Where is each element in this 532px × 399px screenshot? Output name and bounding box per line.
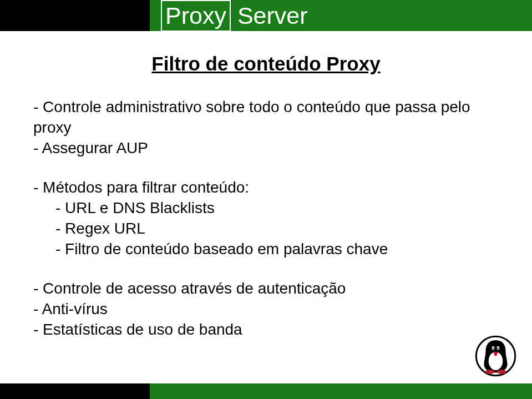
slide-title: Proxy Server xyxy=(161,0,308,31)
body-line: - Métodos para filtrar conteúdo: xyxy=(33,178,499,198)
footer-black-accent xyxy=(0,383,150,399)
body-line: - Controle de acesso através de autentic… xyxy=(33,279,499,299)
body-subline: - URL e DNS Blacklists xyxy=(33,198,499,219)
body-line: - Anti-vírus xyxy=(33,299,499,320)
svg-point-6 xyxy=(485,370,495,374)
header-black-accent xyxy=(0,0,150,31)
title-word-2: Server xyxy=(237,2,308,29)
body-subline: - Filtro de conteúdo baseado em palavras… xyxy=(33,239,499,260)
penguin-logo-icon xyxy=(475,335,516,377)
body-line: - Estatísticas de uso de banda xyxy=(33,320,499,340)
svg-point-4 xyxy=(493,348,494,349)
body-subline: - Regex URL xyxy=(33,219,499,239)
svg-point-7 xyxy=(497,370,506,374)
body-line: - Controle administrativo sobre todo o c… xyxy=(33,97,499,138)
svg-point-5 xyxy=(498,348,499,349)
slide-subtitle: Filtro de conteúdo Proxy xyxy=(0,53,532,75)
body-line: - Assegurar AUP xyxy=(33,138,499,159)
title-word-1: Proxy xyxy=(161,2,231,29)
slide-body: - Controle administrativo sobre todo o c… xyxy=(33,97,499,340)
